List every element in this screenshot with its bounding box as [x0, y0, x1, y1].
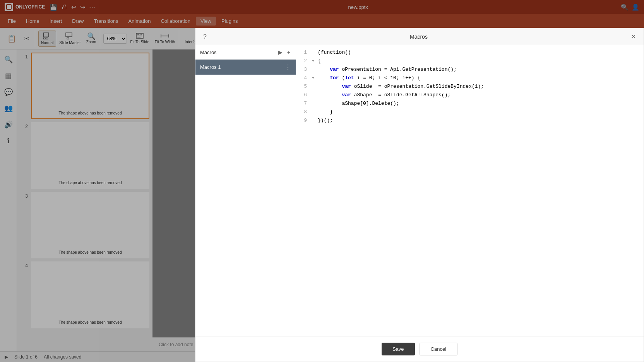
code-line-5: 5 var oSlide = oPresentation.GetSlideByI…	[296, 82, 644, 91]
code-line-1: 1 (function()	[296, 48, 644, 57]
code-line-8: 8 }	[296, 108, 644, 116]
modal-help-button[interactable]: ?	[202, 32, 208, 42]
modal-overlay: ? Macros ✕ Macros ▶ + Macros 1 ⋮	[0, 0, 644, 362]
run-macro-button[interactable]: ▶	[277, 48, 283, 56]
macro-item-0[interactable]: Macros 1 ⋮	[195, 60, 296, 75]
modal-header: ? Macros ✕	[195, 28, 644, 45]
modal-footer: Save Cancel	[195, 336, 644, 362]
code-line-3: 3 var oPresentation = Api.GetPresentatio…	[296, 65, 644, 74]
save-button[interactable]: Save	[382, 343, 415, 355]
code-line-4: 4 ▾ for (let i = 0; i < 10; i++) {	[296, 74, 644, 82]
macros-label: Macros	[200, 50, 217, 55]
code-line-9: 9 })();	[296, 116, 644, 125]
modal-close-button[interactable]: ✕	[629, 31, 637, 42]
code-line-7: 7 aShape[0].Delete();	[296, 99, 644, 108]
macros-modal: ? Macros ✕ Macros ▶ + Macros 1 ⋮	[195, 28, 644, 362]
code-editor[interactable]: 1 (function() 2 ▾ { 3 var oPresentation …	[296, 45, 644, 336]
macro-item-name-0: Macros 1	[200, 64, 221, 70]
code-line-6: 6 var aShape = oSlide.GetAllShapes();	[296, 91, 644, 99]
cancel-button[interactable]: Cancel	[420, 343, 457, 355]
code-lines: 1 (function() 2 ▾ { 3 var oPresentation …	[296, 45, 644, 336]
modal-body: Macros ▶ + Macros 1 ⋮ 1 (function()	[195, 45, 644, 336]
macros-list-actions: ▶ +	[277, 48, 291, 56]
add-macro-button[interactable]: +	[286, 48, 291, 56]
macros-list: Macros ▶ + Macros 1 ⋮	[195, 45, 296, 336]
code-line-2: 2 ▾ {	[296, 57, 644, 65]
macros-list-header: Macros ▶ +	[195, 45, 296, 60]
macro-dots-0[interactable]: ⋮	[285, 63, 291, 71]
modal-title: Macros	[208, 34, 629, 40]
